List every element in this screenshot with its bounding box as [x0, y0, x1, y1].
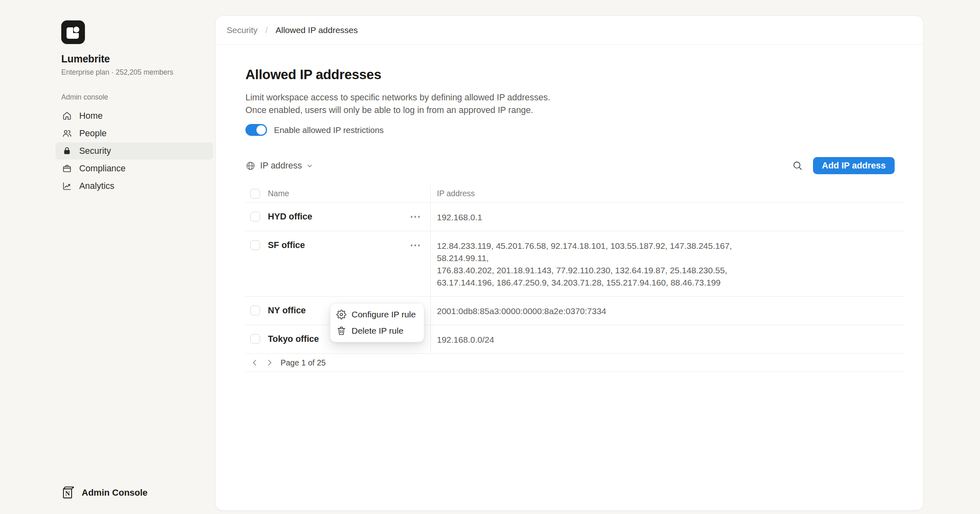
menu-item-label: Delete IP rule [352, 326, 403, 336]
app-root: Lumebrite Enterprise plan · 252,205 memb… [0, 0, 980, 514]
main-panel: Security / Allowed IP addresses Allowed … [215, 16, 924, 511]
workspace-plan-line: Enterprise plan · 252,205 members [61, 68, 215, 77]
menu-item-label: Configure IP rule [352, 310, 416, 319]
column-header-ip: IP address [437, 189, 475, 198]
home-icon [62, 111, 72, 121]
row-name: Tokyo office [268, 334, 319, 345]
filter-label: IP address [260, 161, 302, 171]
row-checkbox[interactable] [250, 212, 260, 222]
sidebar-item-label: Security [79, 146, 111, 156]
pagination: Page 1 of 25 [245, 354, 905, 372]
breadcrumb-separator: / [265, 25, 268, 35]
people-icon [62, 128, 72, 138]
toggle-label: Enable allowed IP restrictions [274, 125, 384, 135]
analytics-icon [62, 181, 72, 191]
description-line-2: Once enabled, users will only be able to… [245, 104, 905, 117]
svg-text:N: N [65, 490, 70, 497]
sidebar-item-home[interactable]: Home [56, 107, 213, 124]
sidebar-item-label: Analytics [79, 181, 114, 191]
select-all-checkbox[interactable] [250, 189, 260, 199]
sidebar-nav: Home People [56, 107, 213, 195]
table-row: HYD office 192.168.0.1 [245, 203, 905, 231]
table-row: SF office 12.84.233.119, 45.201.76.58, 9… [245, 231, 905, 297]
row-ip-value: 192.168.0.1 [437, 211, 482, 224]
row-checkbox[interactable] [250, 240, 260, 250]
gear-icon [336, 310, 346, 319]
row-ip-value: 12.84.233.119, 45.201.76.58, 92.174.18.1… [437, 240, 776, 289]
description-line-1: Limit workspace access to specific netwo… [245, 91, 905, 104]
pagination-label: Page 1 of 25 [281, 358, 326, 368]
page-description: Limit workspace access to specific netwo… [245, 91, 905, 117]
page-title: Allowed IP addresses [245, 67, 905, 82]
search-icon[interactable] [792, 160, 803, 171]
lumebrite-logo-icon[interactable] [61, 20, 85, 44]
row-ip-value: 2001:0db8:85a3:0000:0000:8a2e:0370:7334 [437, 305, 606, 317]
sidebar-item-compliance[interactable]: Compliance [56, 160, 213, 177]
lock-icon [62, 146, 72, 156]
workspace-header: Lumebrite Enterprise plan · 252,205 memb… [0, 20, 215, 77]
sidebar-item-label: People [79, 128, 107, 139]
row-actions-menu-icon[interactable] [411, 216, 420, 218]
row-checkbox[interactable] [250, 306, 260, 315]
table-header-row: Name IP address [245, 185, 905, 203]
sidebar-section-label: Admin console [61, 93, 215, 102]
row-name: HYD office [268, 211, 312, 222]
row-name: SF office [268, 240, 305, 251]
ip-restrictions-toggle-row: Enable allowed IP restrictions [245, 124, 905, 136]
menu-item-delete-ip-rule[interactable]: Delete IP rule [330, 323, 424, 339]
column-header-name: Name [268, 189, 289, 198]
notion-cube-icon: N [60, 485, 76, 500]
row-context-menu: Configure IP rule Delete IP rule [330, 303, 424, 342]
sidebar-item-people[interactable]: People [56, 125, 213, 142]
breadcrumb-current: Allowed IP addresses [276, 25, 358, 35]
ip-restrictions-toggle[interactable] [245, 124, 267, 136]
sidebar-footer-admin-console[interactable]: N Admin Console [60, 485, 147, 500]
briefcase-icon [62, 164, 72, 173]
sidebar-item-security[interactable]: Security [56, 142, 213, 160]
sidebar: Lumebrite Enterprise plan · 252,205 memb… [0, 0, 215, 514]
chevron-right-icon[interactable] [265, 358, 274, 367]
sidebar-item-label: Home [79, 111, 102, 121]
toggle-knob [256, 125, 266, 135]
breadcrumb-parent[interactable]: Security [227, 25, 258, 35]
globe-icon [245, 161, 256, 171]
row-actions-menu-icon[interactable] [411, 244, 420, 246]
row-checkbox[interactable] [250, 334, 260, 344]
breadcrumb: Security / Allowed IP addresses [216, 16, 923, 45]
row-name: NY office [268, 305, 306, 316]
sidebar-item-analytics[interactable]: Analytics [56, 177, 213, 195]
workspace-name: Lumebrite [61, 53, 215, 65]
chevron-left-icon[interactable] [250, 358, 259, 367]
trash-icon [336, 326, 346, 336]
menu-item-configure-ip-rule[interactable]: Configure IP rule [330, 306, 424, 323]
filter-ip-address[interactable]: IP address [245, 161, 313, 171]
table-toolbar: IP address Add IP address [245, 157, 895, 174]
add-ip-address-button[interactable]: Add IP address [813, 157, 895, 174]
page-content: Allowed IP addresses Limit workspace acc… [216, 67, 905, 372]
sidebar-footer-label: Admin Console [82, 487, 147, 498]
chevron-down-icon [306, 162, 313, 169]
toolbar-right: Add IP address [792, 157, 895, 174]
sidebar-item-label: Compliance [79, 164, 126, 174]
row-ip-value: 192.168.0.0/24 [437, 334, 494, 346]
